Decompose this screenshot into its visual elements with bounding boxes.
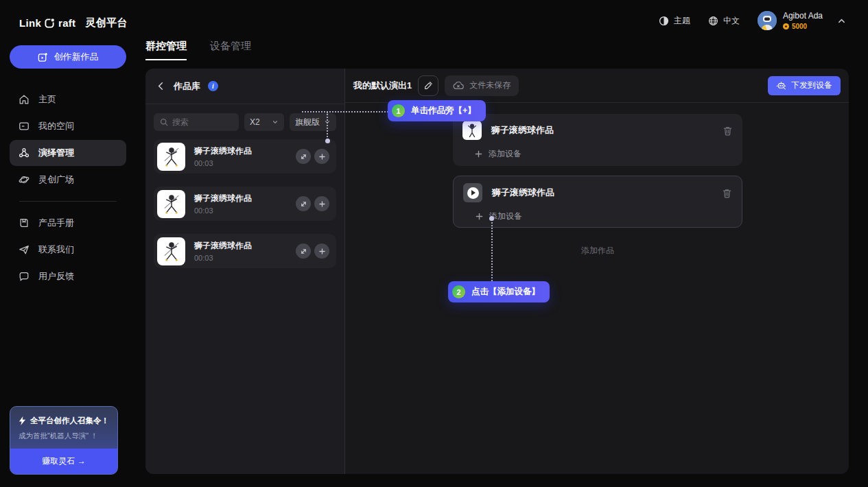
sidebar-nav: 主页 我的空间 演绎管理 灵创广场 产品手册 联系我们 bbox=[0, 86, 136, 289]
add-work-plus-icon[interactable] bbox=[314, 149, 329, 164]
sidebar-item-label: 产品手册 bbox=[38, 217, 74, 229]
work-title: 狮子滚绣球作品 bbox=[194, 240, 292, 252]
sidebar: Link raft 灵创平台 创作新作品 主页 我的空间 bbox=[0, 0, 136, 487]
edition-select[interactable]: 旗舰版 bbox=[290, 113, 336, 131]
search-box bbox=[154, 113, 239, 131]
create-work-icon bbox=[38, 52, 48, 62]
library-panel: 作品库 i X2 旗舰版 bbox=[145, 69, 345, 474]
search-icon bbox=[160, 118, 168, 126]
create-work-label: 创作新作品 bbox=[54, 51, 99, 63]
add-device-button[interactable]: 添加设备 bbox=[476, 211, 732, 222]
avatar bbox=[758, 11, 777, 30]
brand-text-prefix: Link bbox=[19, 17, 41, 29]
deploy-label: 下发到设备 bbox=[791, 80, 832, 91]
sidebar-item-feedback[interactable]: 用户反馈 bbox=[10, 263, 126, 289]
work-thumbnail bbox=[157, 237, 185, 265]
tooltip-text: 点击【添加设备】 bbox=[471, 286, 540, 298]
tutorial-connector-line bbox=[327, 112, 328, 140]
promo-subtitle: 成为首批"机器人导演" ！ bbox=[19, 431, 109, 441]
earn-gems-button[interactable]: 赚取灵石 → bbox=[10, 449, 117, 474]
sidebar-item-product-manual[interactable]: 产品手册 bbox=[10, 210, 126, 236]
main-tabs: 群控管理 设备管理 bbox=[145, 40, 251, 60]
work-title: 狮子滚绣球作品 bbox=[194, 145, 292, 157]
brand-text-suffix: raft bbox=[58, 17, 75, 29]
theme-icon bbox=[659, 16, 669, 26]
chat-bubble-icon bbox=[19, 271, 30, 282]
add-device-button[interactable]: 添加设备 bbox=[475, 148, 733, 160]
topbar: 主题 中文 Agibot Ada 5000 bbox=[136, 0, 868, 41]
play-icon bbox=[467, 187, 479, 199]
sidebar-item-my-space[interactable]: 我的空间 bbox=[10, 113, 126, 139]
library-work-item[interactable]: 狮子滚绣球作品 00:03 bbox=[154, 234, 336, 268]
sidebar-item-home[interactable]: 主页 bbox=[10, 86, 126, 112]
theme-toggle[interactable]: 主题 bbox=[659, 15, 690, 27]
work-duration: 00:03 bbox=[194, 254, 292, 262]
language-label: 中文 bbox=[723, 15, 740, 27]
create-new-work-button[interactable]: 创作新作品 bbox=[10, 45, 126, 69]
globe-icon bbox=[708, 16, 718, 26]
sidebar-item-performance-management[interactable]: 演绎管理 bbox=[10, 140, 126, 166]
speed-select[interactable]: X2 bbox=[244, 113, 284, 131]
robot-icon bbox=[776, 81, 786, 90]
expand-icon[interactable] bbox=[296, 196, 311, 211]
library-work-item[interactable]: 狮子滚绣球作品 00:03 bbox=[154, 187, 336, 221]
add-device-label: 添加设备 bbox=[489, 148, 521, 160]
tutorial-connector-dot bbox=[325, 139, 330, 143]
tutorial-tooltip-step2: 2 点击【添加设备】 bbox=[448, 281, 550, 302]
paper-plane-icon bbox=[19, 244, 30, 255]
tutorial-connector-line bbox=[491, 219, 493, 281]
show-track: 狮子滚绣球作品 添加设备 狮子滚绣球作品 bbox=[453, 114, 742, 257]
theme-label: 主题 bbox=[674, 15, 690, 27]
tutorial-connector-dot bbox=[489, 216, 494, 221]
add-work-button[interactable]: 添加作品 bbox=[453, 245, 742, 257]
sidebar-item-contact-us[interactable]: 联系我们 bbox=[10, 237, 126, 263]
file-status-chip: 文件未保存 bbox=[445, 75, 519, 96]
expand-icon[interactable] bbox=[296, 149, 311, 164]
language-switcher[interactable]: 中文 bbox=[708, 15, 740, 27]
chevron-up-icon[interactable] bbox=[837, 16, 846, 25]
work-duration: 00:03 bbox=[194, 159, 292, 167]
edition-value: 旗舰版 bbox=[295, 117, 320, 128]
tab-device-management[interactable]: 设备管理 bbox=[210, 40, 251, 60]
deploy-to-device-button[interactable]: 下发到设备 bbox=[768, 76, 841, 95]
add-device-label: 添加设备 bbox=[489, 211, 522, 222]
brand-c-icon bbox=[45, 18, 55, 28]
back-arrow-icon[interactable] bbox=[156, 81, 166, 91]
work-thumbnail bbox=[157, 190, 185, 218]
sidebar-item-plaza[interactable]: 灵创广场 bbox=[10, 167, 126, 193]
work-title: 狮子滚绣球作品 bbox=[492, 187, 712, 199]
library-work-item[interactable]: 狮子滚绣球作品 00:03 bbox=[154, 139, 336, 174]
tutorial-connector-line bbox=[302, 111, 388, 112]
brand-logo: Link raft 灵创平台 bbox=[0, 0, 136, 29]
app-root: Link raft 灵创平台 创作新作品 主页 我的空间 bbox=[0, 0, 868, 487]
sidebar-item-label: 主页 bbox=[38, 93, 56, 106]
promo-card: 全平台创作人召集令！ 成为首批"机器人导演" ！ 赚取灵石 → bbox=[10, 406, 118, 475]
library-title: 作品库 bbox=[174, 80, 200, 93]
work-thumbnail-playing bbox=[463, 183, 482, 202]
rename-button[interactable] bbox=[418, 75, 438, 96]
tutorial-tooltip-step1: 1 单击作品旁【+】 bbox=[388, 100, 486, 121]
trash-icon[interactable] bbox=[723, 126, 733, 136]
brand-platform: 灵创平台 bbox=[85, 16, 127, 29]
search-input[interactable] bbox=[172, 117, 233, 127]
step-badge: 1 bbox=[392, 104, 405, 117]
show-work-card-selected[interactable]: 狮子滚绣球作品 添加设备 bbox=[453, 176, 742, 228]
add-work-plus-icon[interactable] bbox=[314, 196, 329, 211]
work-duration: 00:03 bbox=[194, 206, 292, 215]
trash-icon[interactable] bbox=[722, 188, 732, 198]
nodes-icon bbox=[19, 147, 30, 158]
tab-group-control[interactable]: 群控管理 bbox=[145, 40, 187, 60]
planet-icon bbox=[19, 174, 30, 185]
sidebar-item-label: 灵创广场 bbox=[38, 174, 74, 186]
add-work-plus-icon[interactable] bbox=[314, 244, 329, 259]
info-icon[interactable]: i bbox=[208, 81, 218, 91]
expand-icon[interactable] bbox=[296, 244, 311, 259]
sidebar-item-label: 演绎管理 bbox=[38, 147, 74, 159]
step-badge: 2 bbox=[452, 285, 465, 298]
user-menu[interactable]: Agibot Ada 5000 bbox=[758, 11, 846, 30]
work-title: 狮子滚绣球作品 bbox=[194, 193, 292, 204]
work-title: 狮子滚绣球作品 bbox=[491, 124, 713, 136]
show-work-card[interactable]: 狮子滚绣球作品 添加设备 bbox=[453, 114, 742, 166]
speed-value: X2 bbox=[250, 117, 260, 127]
sidebar-divider bbox=[19, 201, 117, 202]
